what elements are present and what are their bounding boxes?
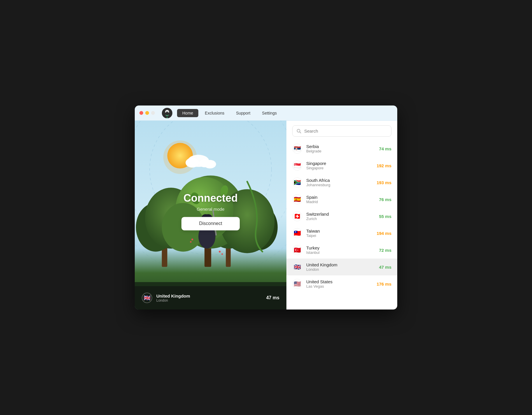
current-country-name: United Kingdom [156,293,262,298]
svg-point-4 [166,111,167,112]
current-server-bar: 🇬🇧 United Kingdom London 47 ms [135,286,286,310]
svg-line-44 [300,132,301,133]
server-latency: 193 ms [377,180,391,185]
server-latency: 192 ms [377,163,391,168]
svg-rect-3 [165,113,169,114]
server-country: Singapore [306,161,372,166]
server-item[interactable]: 🇹🇷 Turkey Istanbul 72 ms [286,242,397,259]
connection-mode: General mode [197,207,224,212]
svg-point-37 [191,238,193,240]
server-country: Spain [306,195,375,200]
server-info: Taiwan Taipei [306,228,372,238]
server-info: South Africa Johannesburg [306,178,372,187]
app-logo [162,108,172,118]
current-latency: 47 ms [266,295,279,300]
svg-point-38 [190,241,191,242]
server-item[interactable]: 🇺🇸 United States Las Vegas 176 ms [286,275,397,292]
svg-point-40 [221,253,223,255]
svg-point-5 [167,111,168,112]
server-latency: 76 ms [379,197,391,202]
current-city: London [156,298,262,303]
traffic-lights [139,111,155,115]
server-flag: 🇺🇸 [292,279,302,289]
right-panel: 🇷🇸 Serbia Belgrade 74 ms 🇸🇬 Singapore Si… [286,121,397,310]
server-city: Johannesburg [306,183,372,187]
server-info: United States Las Vegas [306,279,372,289]
nav-home[interactable]: Home [177,109,198,117]
server-item[interactable]: 🇸🇬 Singapore Singapore 192 ms [286,157,397,174]
server-item[interactable]: 🇪🇸 Spain Madrid 76 ms [286,191,397,208]
server-country: United Kingdom [306,262,375,267]
server-item[interactable]: 🇹🇼 Taiwan Taipei 194 ms [286,225,397,242]
server-flag: 🇹🇼 [292,228,302,238]
server-city: Istanbul [306,250,375,255]
server-item[interactable]: 🇷🇸 Serbia Belgrade 74 ms [286,140,397,157]
svg-point-39 [219,251,220,252]
server-flag: 🇸🇬 [292,161,302,170]
server-latency: 74 ms [379,146,391,151]
search-bar[interactable] [292,125,391,137]
server-country: Taiwan [306,228,372,233]
current-country-info: United Kingdom London [156,293,262,303]
server-city: London [306,267,375,272]
server-latency: 72 ms [379,248,391,253]
server-country: United States [306,279,372,284]
server-country: South Africa [306,178,372,183]
close-button[interactable] [139,111,143,115]
server-city: Las Vegas [306,284,372,289]
maximize-button[interactable] [151,111,155,115]
server-info: Serbia Belgrade [306,144,375,153]
server-item[interactable]: 🇿🇦 South Africa Johannesburg 193 ms [286,174,397,191]
server-info: Switzerland Zurich [306,212,375,221]
server-list: 🇷🇸 Serbia Belgrade 74 ms 🇸🇬 Singapore Si… [286,139,397,310]
server-city: Singapore [306,166,372,170]
server-country: Turkey [306,245,375,250]
server-country: Switzerland [306,212,375,217]
main-nav: Home Exclusions Support Settings [177,109,282,117]
server-city: Belgrade [306,149,375,153]
svg-point-16 [204,160,216,168]
nav-exclusions[interactable]: Exclusions [200,109,230,117]
search-input[interactable] [304,129,387,133]
server-flag: 🇪🇸 [292,194,302,204]
server-flag: 🇬🇧 [292,262,302,272]
svg-rect-21 [226,246,231,267]
server-latency: 55 ms [379,214,391,219]
search-icon [297,129,301,133]
server-item[interactable]: 🇬🇧 United Kingdom London 47 ms [286,259,397,275]
server-flag: 🇷🇸 [292,144,302,154]
server-flag: 🇿🇦 [292,177,302,187]
center-content: Connected General mode Disconnect [135,192,286,230]
server-info: Singapore Singapore [306,161,372,170]
server-city: Madrid [306,200,375,204]
title-bar: Home Exclusions Support Settings [135,105,397,121]
server-item[interactable]: 🇨🇭 Switzerland Zurich 55 ms [286,208,397,225]
server-info: Turkey Istanbul [306,245,375,255]
server-country: Serbia [306,144,375,149]
left-panel: Connected General mode Disconnect 🇬🇧 Uni… [135,121,286,310]
connection-status: Connected [183,192,238,204]
search-container [286,121,397,139]
server-info: Spain Madrid [306,195,375,204]
nav-settings[interactable]: Settings [257,109,282,117]
server-info: United Kingdom London [306,262,375,272]
nav-support[interactable]: Support [231,109,256,117]
server-city: Taipei [306,233,372,238]
server-flag: 🇨🇭 [292,211,302,221]
server-latency: 47 ms [379,265,391,270]
minimize-button[interactable] [145,111,149,115]
current-flag: 🇬🇧 [142,293,152,303]
app-window: Home Exclusions Support Settings [135,105,397,310]
server-latency: 194 ms [377,231,391,236]
main-content: Connected General mode Disconnect 🇬🇧 Uni… [135,121,397,310]
server-flag: 🇹🇷 [292,245,302,255]
disconnect-button[interactable]: Disconnect [181,217,239,230]
svg-point-14 [186,158,199,168]
server-latency: 176 ms [377,282,391,286]
server-city: Zurich [306,217,375,221]
